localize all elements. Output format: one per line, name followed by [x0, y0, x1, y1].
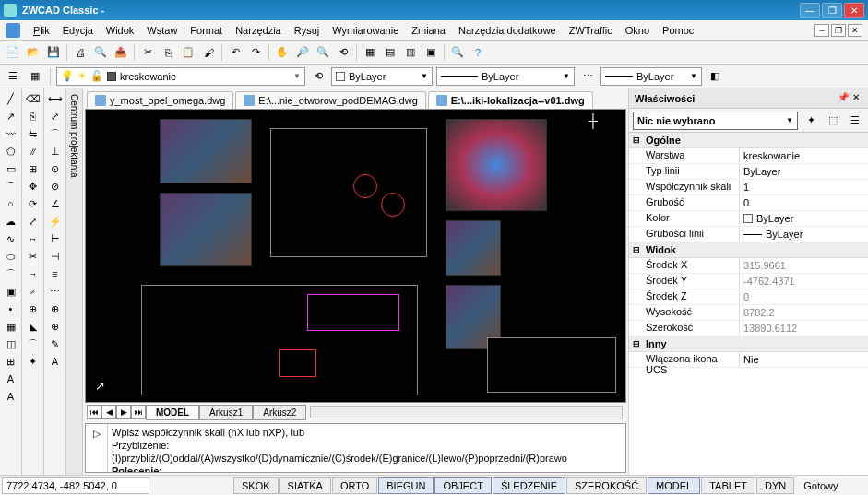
tab-prev-icon[interactable]: ◀	[101, 405, 116, 419]
tab-last-icon[interactable]: ⏭	[131, 405, 146, 419]
status-snap[interactable]: SKOK	[233, 477, 279, 494]
ellipse-icon[interactable]: ⬭	[2, 248, 20, 265]
layer-selector[interactable]: 💡 ☀ 🔓 kreskowanie ▼	[56, 67, 305, 86]
tool-palette-icon[interactable]: ▥	[401, 43, 420, 62]
prop-value[interactable]: ByLayer	[740, 164, 868, 179]
layer-tool-icon[interactable]: ⟲	[309, 67, 327, 86]
status-lwt[interactable]: SZEROKOŚĆ	[566, 477, 647, 494]
prop-value[interactable]: 1	[740, 180, 868, 194]
status-grid[interactable]: SIATKA	[279, 477, 331, 494]
lineweight-selector[interactable]: ByLayer ▼	[600, 67, 702, 86]
prop-value[interactable]: Nie	[740, 352, 868, 367]
menu-tools[interactable]: Narzędzia	[230, 23, 287, 38]
extend-icon[interactable]: →	[24, 265, 42, 282]
menu-view[interactable]: Widok	[101, 23, 140, 38]
copy-icon[interactable]: ⎘	[159, 43, 177, 62]
dimaligned-icon[interactable]: ⤢	[46, 108, 65, 124]
dimquick-icon[interactable]: ⚡	[46, 213, 65, 230]
zoom-rt-icon[interactable]: 🔎	[293, 43, 312, 62]
status-osnap[interactable]: OBJECT	[434, 477, 491, 494]
move-icon[interactable]: ✥	[24, 178, 42, 194]
dimlinear-icon[interactable]: ⟷	[46, 90, 65, 107]
menu-file[interactable]: Plik	[28, 23, 55, 38]
zoom-win-icon[interactable]: 🔍	[314, 43, 332, 62]
dimspace-icon[interactable]: ≡	[46, 265, 65, 282]
zoom-prev-icon[interactable]: ⟲	[334, 43, 352, 62]
menu-extra-tools[interactable]: Narzędzia dodatkowe	[453, 23, 562, 38]
block-icon[interactable]: ▣	[2, 283, 20, 300]
layer-props-icon[interactable]: ▦	[26, 67, 44, 86]
selection-dropdown[interactable]: Nic nie wybrano ▼	[633, 112, 798, 130]
open-icon[interactable]: 📂	[24, 43, 42, 62]
pline-icon[interactable]: 〰	[2, 125, 20, 142]
select-objects-icon[interactable]: ⬚	[824, 112, 842, 130]
zoom-extents-icon[interactable]: 🔍	[448, 43, 467, 62]
table-icon[interactable]: ⊞	[2, 353, 20, 370]
menu-insert[interactable]: Wstaw	[141, 23, 183, 38]
ellipse-arc-icon[interactable]: ⌒	[2, 265, 20, 282]
status-ortho[interactable]: ORTO	[332, 477, 377, 494]
rotate-icon[interactable]: ⟳	[24, 195, 42, 212]
tab-next-icon[interactable]: ▶	[116, 405, 131, 419]
tab-first-icon[interactable]: ⏮	[87, 405, 101, 419]
toggle-pickadd-icon[interactable]: ☰	[846, 112, 864, 130]
command-line[interactable]: ▷ Wpisz współczynnik skali (nX lub nXP),…	[85, 423, 626, 473]
publish-icon[interactable]: 📤	[112, 43, 130, 62]
menu-edit[interactable]: Edycja	[57, 23, 99, 38]
redo-icon[interactable]: ↷	[246, 43, 265, 62]
menu-help[interactable]: Pomoc	[657, 23, 699, 38]
trim-icon[interactable]: ✂	[24, 248, 42, 265]
dimrad-icon[interactable]: ⊙	[46, 160, 65, 177]
prop-value[interactable]: ByLayer	[740, 211, 868, 226]
linetype-selector[interactable]: ByLayer ▼	[436, 67, 575, 86]
horizontal-scrollbar[interactable]	[310, 406, 623, 418]
status-otrack[interactable]: ŚLEDZENIE	[493, 477, 565, 494]
pin-icon[interactable]: 📌	[837, 92, 850, 105]
spline-icon[interactable]: ∿	[2, 230, 20, 247]
doc-tab[interactable]: E:\...nie_otworow_podDEMAG.dwg	[235, 91, 425, 109]
doc-close-button[interactable]: ✕	[848, 24, 862, 37]
minimize-button[interactable]: —	[800, 3, 820, 18]
dimedit-icon[interactable]: ✎	[46, 336, 65, 352]
new-icon[interactable]: 📄	[4, 43, 22, 62]
hatch-icon[interactable]: ▦	[2, 318, 20, 335]
doc-minimize-button[interactable]: –	[814, 24, 829, 37]
preview-icon[interactable]: 🔍	[91, 43, 110, 62]
prop-value[interactable]: 0	[740, 195, 868, 210]
design-center-icon[interactable]: ▤	[381, 43, 399, 62]
status-tablet[interactable]: TABLET	[701, 477, 755, 494]
menu-format[interactable]: Format	[184, 23, 228, 38]
pan-icon[interactable]: ✋	[273, 43, 291, 62]
matchprop-icon[interactable]: 🖌	[199, 43, 218, 62]
dimarc-icon[interactable]: ⌒	[46, 125, 65, 142]
menu-window[interactable]: Okno	[620, 23, 655, 38]
prop-value[interactable]: 0	[740, 289, 868, 304]
dimang-icon[interactable]: ∠	[46, 195, 65, 212]
xline-icon[interactable]: ↗	[2, 108, 20, 124]
circle-icon[interactable]: ○	[2, 195, 20, 212]
stretch-icon[interactable]: ↔	[24, 230, 42, 247]
layout-tab[interactable]: Arkusz1	[199, 405, 253, 420]
centermark-icon[interactable]: ⊕	[46, 318, 65, 335]
line-icon[interactable]: ╱	[2, 90, 20, 107]
chamfer-icon[interactable]: ◣	[24, 318, 42, 335]
polygon-icon[interactable]: ⬠	[2, 143, 20, 159]
doc-restore-button[interactable]: ❐	[831, 24, 846, 37]
status-polar[interactable]: BIEGUN	[378, 477, 434, 494]
category-view[interactable]: ⊟Widok	[629, 242, 868, 258]
explode-icon[interactable]: ✦	[24, 353, 42, 370]
break-icon[interactable]: ⌿	[24, 283, 42, 300]
offset-icon[interactable]: ⫽	[24, 143, 42, 159]
prop-value[interactable]: -4762.4371	[740, 274, 868, 289]
print-icon[interactable]: 🖨	[71, 43, 89, 62]
cut-icon[interactable]: ✂	[138, 43, 157, 62]
status-model[interactable]: MODEL	[648, 477, 700, 494]
paste-icon[interactable]: 📋	[179, 43, 197, 62]
drawing-canvas[interactable]: ┼ ↗	[85, 109, 626, 403]
dimtedit-icon[interactable]: A	[46, 353, 65, 370]
undo-icon[interactable]: ↶	[226, 43, 244, 62]
mirror-icon[interactable]: ⇋	[24, 125, 42, 142]
dimord-icon[interactable]: ⊥	[46, 143, 65, 159]
calc-icon[interactable]: ▣	[422, 43, 440, 62]
coordinates-display[interactable]: 7722.4734, -482.5042, 0	[2, 477, 149, 494]
